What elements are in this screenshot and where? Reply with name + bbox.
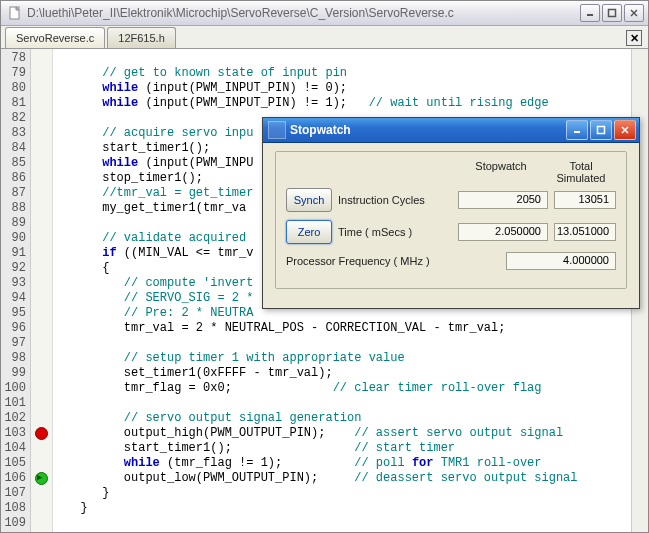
value-time-total: 13.051000 (554, 223, 616, 241)
stopwatch-close-button[interactable] (614, 120, 636, 140)
line-number-gutter: 78 79 80 81 82 83 84 85 86 87 88 89 90 9… (1, 49, 31, 532)
main-titlebar: D:\luethi\Peter_II\Elektronik\Microchip\… (1, 1, 648, 26)
execution-pointer-icon[interactable] (35, 472, 48, 485)
close-button[interactable] (624, 4, 644, 22)
minimize-button[interactable] (580, 4, 600, 22)
stopwatch-panel: Stopwatch Total Simulated Synch Instruct… (275, 151, 627, 289)
tab-servoreverse[interactable]: ServoReverse.c (5, 27, 105, 48)
svg-rect-2 (609, 10, 616, 17)
value-processor-frequency: 4.000000 (506, 252, 616, 270)
zero-button[interactable]: Zero (286, 220, 332, 244)
stopwatch-minimize-button[interactable] (566, 120, 588, 140)
tab-close-icon[interactable]: ✕ (626, 30, 642, 46)
value-cycles-total: 13051 (554, 191, 616, 209)
label-time: Time ( mSecs ) (338, 226, 458, 238)
breakpoint-icon[interactable] (35, 427, 48, 440)
file-icon (7, 5, 23, 21)
svg-rect-6 (598, 127, 605, 134)
stopwatch-titlebar[interactable]: Stopwatch (263, 118, 639, 143)
stopwatch-icon (268, 121, 286, 139)
value-time-stopwatch: 2.050000 (458, 223, 548, 241)
tab-strip: ServoReverse.c 12F615.h ✕ (1, 26, 648, 49)
col-header-stopwatch: Stopwatch (456, 160, 546, 184)
stopwatch-title: Stopwatch (290, 123, 566, 137)
col-header-total: Total Simulated (546, 160, 616, 184)
maximize-button[interactable] (602, 4, 622, 22)
value-cycles-stopwatch: 2050 (458, 191, 548, 209)
tab-12f615h[interactable]: 12F615.h (107, 27, 175, 48)
stopwatch-maximize-button[interactable] (590, 120, 612, 140)
label-processor-frequency: Processor Frequency ( MHz ) (286, 255, 506, 267)
synch-button[interactable]: Synch (286, 188, 332, 212)
stopwatch-window: Stopwatch Stopwatch Total Simulated Sync… (262, 117, 640, 309)
breakpoint-gutter[interactable] (31, 49, 53, 532)
main-title: D:\luethi\Peter_II\Elektronik\Microchip\… (27, 6, 580, 20)
label-instruction-cycles: Instruction Cycles (338, 194, 458, 206)
